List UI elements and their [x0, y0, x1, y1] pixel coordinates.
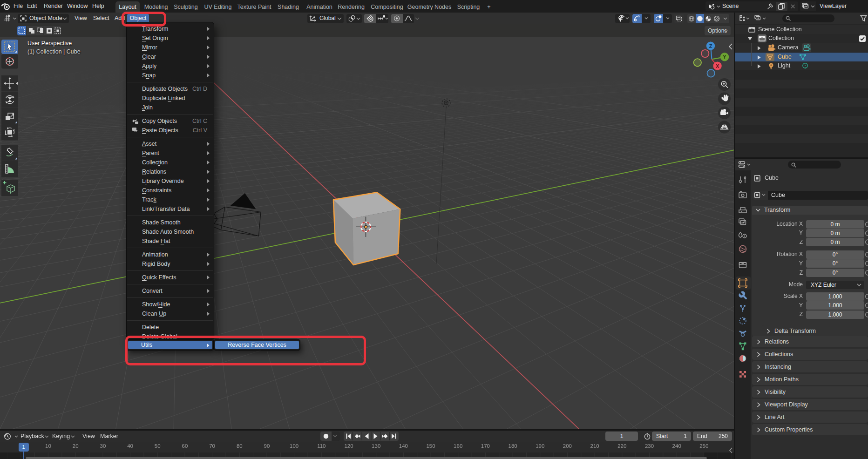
- svg-text:X: X: [716, 63, 719, 69]
- svg-text:Z: Z: [709, 43, 712, 49]
- svg-text:Y: Y: [723, 54, 726, 60]
